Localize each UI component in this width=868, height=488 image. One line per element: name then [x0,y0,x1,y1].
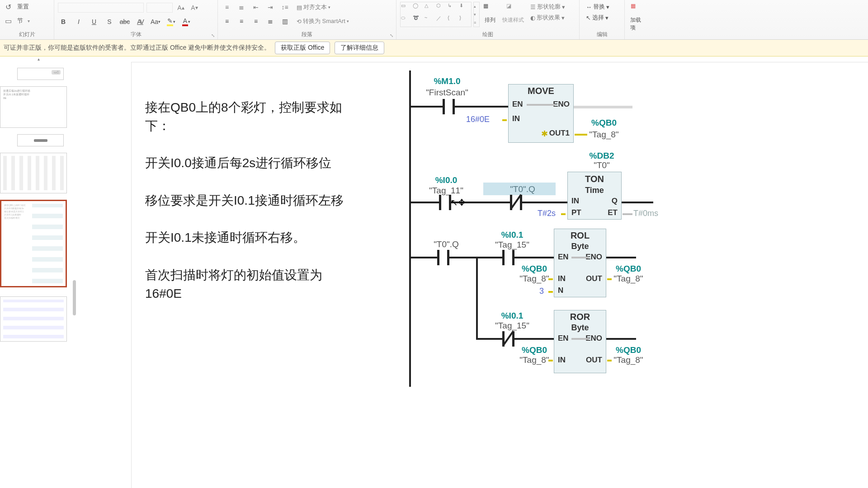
shape-effect-button[interactable]: ◐ 形状效果 ▾ [528,13,568,23]
slide-body-text: 接在QB0上的8个彩灯，控制要求如下： 开关I0.0接通后每2s进行循环移位 移… [145,99,353,322]
drawing-group-label: 绘图 [400,30,576,38]
align-center-icon[interactable]: ≡ [236,16,247,27]
warning-text: 可证并非正版，你可能是盗版软件的受害者。立即通过正版 Office 避免中断并使… [4,44,270,52]
increase-font-icon[interactable]: A▴ [175,2,186,13]
i01-name: "Tag_15" [490,240,535,250]
et-val: T#0ms [633,209,658,218]
shadow-button[interactable]: S [104,16,115,27]
highlight-button[interactable]: ✎▾ [165,16,176,27]
rol-out-tag8: "Tag_8" [610,274,647,284]
decrease-font-icon[interactable]: A▾ [189,2,200,13]
rol-n-val: 3 [539,286,544,296]
i01b-addr: %I0.1 [494,311,530,321]
mini-bar-icon [34,139,47,142]
slide-content: 接在QB0上的8个彩灯，控制要求如下： 开关I0.0接通后每2s进行循环移位 移… [131,62,868,488]
addins-button[interactable]: ▦加载项 [628,2,646,33]
i00-name: "Tag_11" [424,186,469,196]
replace-button[interactable]: ↔ 替换 ▾ [583,2,621,12]
text-p4: 开关I0.1未接通时循环右移。 [145,229,353,247]
ton-sub: Time [568,184,621,197]
bullets-icon[interactable]: ≡ [222,2,232,13]
move-in-val: 16#0E [466,115,490,124]
section-button[interactable]: 节 [14,16,26,26]
align-right-icon[interactable]: ≡ [250,16,261,27]
smartart-button[interactable]: ⟲ 转换为 SmartArt ▾ [294,16,352,26]
paragraph-group-label: 段落 [222,30,392,38]
pt-val: T#2s [538,209,556,218]
align-text-button[interactable]: ▤ 对齐文本 ▾ [294,2,333,12]
align-left-icon[interactable]: ≡ [222,16,232,27]
quickstyle-button[interactable]: ◪快速样式 [500,2,526,27]
rol-in-qb0: %QB0 [518,264,551,274]
block-ton: TON Time IN Q PT ET [567,172,622,220]
i01-addr: %I0.1 [494,230,530,240]
block-ror: ROR Byte EN ENO IN OUT [554,310,606,373]
slides-group-label: 幻灯片 [4,30,50,38]
ladder-diagram: %M1.0 "FirstScan" MOVE EN ENO IN ✱ OUT1 … [407,70,868,488]
slide-thumbnail-panel: ▴ ▭▯ 按通后每2s进行循环移 开关I0.1未接通时循环 0E 接在QB0上的… [0,56,77,488]
vertical-scrollbar-thumb[interactable] [73,280,76,315]
italic-button[interactable]: I [73,16,84,27]
paragraph-dialog-icon[interactable]: ⤡ [390,33,395,38]
thumbnail-slide-2[interactable] [0,153,67,193]
bold-button[interactable]: B [58,16,69,27]
thumbnail-slide-3-selected[interactable]: 接在QB0上的8个彩灯开关I0.0接通后每2s移位要求是开关I0.1开关I0.1… [0,200,67,287]
learn-more-button[interactable]: 了解详细信息 [335,42,384,54]
license-warning-bar: 可证并非正版，你可能是盗版软件的受害者。立即通过正版 Office 避免中断并使… [0,40,868,56]
select-button[interactable]: ↖ 选择 ▾ [583,13,621,23]
text-p3: 移位要求是开关I0.1接通时循环左移 [145,192,353,210]
star-icon: ✱ [541,129,548,139]
arrange-button[interactable]: ▦排列 [481,2,499,27]
font-size-combo[interactable] [146,3,173,13]
shape-outline-button[interactable]: ☰ 形状轮廓 ▾ [528,2,568,12]
text-p2: 开关I0.0接通后每2s进行循环移位 [145,154,353,173]
get-office-button[interactable]: 获取正版 Office [275,42,330,54]
ror-in-qb0: %QB0 [518,345,551,355]
case-button[interactable]: Aa▾ [150,16,161,27]
underline-button[interactable]: U [89,16,99,27]
numbering-icon[interactable]: ≣ [236,2,247,13]
ror-in-tag8: "Tag_8" [516,355,553,365]
align-justify-icon[interactable]: ≣ [265,16,276,27]
left-power-rail [409,70,411,387]
t0-name: "T0" [584,160,620,170]
shapes-gallery[interactable]: ▭◯△⬡↳⬇ ⬭➰~／{} [400,2,472,27]
out-qb0: %QB0 [584,118,624,128]
rol-out-qb0: %QB0 [612,264,645,274]
thumbnail-header-slide[interactable]: ▭▯ [17,68,64,80]
reset-icon: ↺ [4,2,13,11]
outdent-icon[interactable]: ⇤ [250,2,261,13]
ror-sub: Byte [554,322,606,334]
thumbnail-header-slide-2[interactable] [17,134,64,146]
text-p5: 首次扫描时将灯的初始值设置为16#0E [145,266,353,303]
text-p1: 接在QB0上的8个彩灯，控制要求如下： [145,99,353,135]
rol-sub: Byte [554,240,606,253]
columns-icon[interactable]: ▥ [279,16,290,27]
chevron-down-icon: ▾ [28,19,30,23]
shapes-expand[interactable]: ▴▾≡ [473,2,480,27]
t0q-2: "T0".Q [424,239,469,249]
font-name-combo[interactable] [58,3,144,13]
i01b-name: "Tag_15" [490,321,535,331]
m1-name: "FirstScan" [420,88,474,98]
ror-out-tag8: "Tag_8" [610,355,647,365]
font-color-button[interactable]: A▾ [181,16,192,27]
indent-icon[interactable]: ⇥ [265,2,276,13]
block-rol: ROL Byte EN ENO IN OUT N [554,229,606,297]
i00-addr: %I0.0 [428,175,464,185]
spacing-button[interactable]: AV [135,16,146,27]
thumbnail-slide-1[interactable]: 按通后每2s进行循环移 开关I0.1未接通时循环 0E [0,86,67,128]
slide-canvas[interactable]: 接在QB0上的8个彩灯，控制要求如下： 开关I0.0接通后每2s进行循环移位 移… [77,56,868,488]
layout-badge-icon: ▭▯ [52,70,61,75]
strike-button[interactable]: abc [119,16,130,27]
reset-button[interactable]: 重置 [14,2,32,12]
main-area: ▴ ▭▯ 按通后每2s进行循环移 开关I0.1未接通时循环 0E 接在QB0上的… [0,56,868,488]
font-dialog-icon[interactable]: ⤡ [211,33,217,38]
linespace-icon[interactable]: ↕≡ [279,2,290,13]
t0q-label: "T0".Q [498,184,547,194]
ror-out-qb0: %QB0 [612,345,645,355]
thumbnail-slide-4[interactable] [0,296,67,342]
editing-group-label: 编辑 [583,30,621,38]
chevron-up-icon[interactable]: ▴ [0,56,77,61]
move-title: MOVE [509,84,573,98]
